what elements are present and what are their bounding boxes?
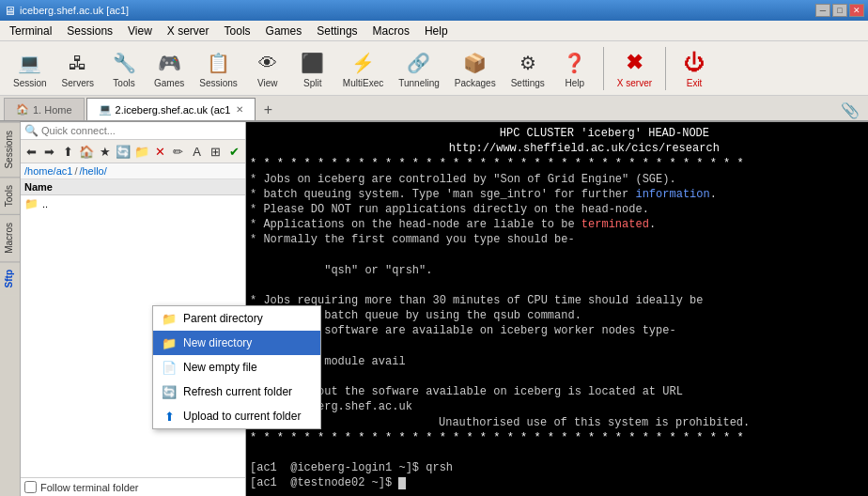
folder-icon: 📁 [24, 197, 39, 210]
tool-split[interactable]: ⬛ Split [292, 46, 333, 90]
tool-tunneling[interactable]: 🔗 Tunneling [393, 46, 445, 90]
ctx-refresh[interactable]: 🔄 Refresh current folder [153, 380, 320, 404]
file-tb-refresh[interactable]: 🔄 [115, 142, 132, 161]
term-line-3: * Jobs on iceberg are controlled by "Son… [250, 172, 864, 187]
quick-connect-input[interactable] [41, 125, 241, 136]
title-text: iceberg.shef.ac.uk [ac1] [20, 5, 129, 16]
maximize-button[interactable]: □ [832, 4, 847, 17]
file-row-parent[interactable]: 📁 .. [21, 195, 245, 212]
tab-iceberg[interactable]: 💻 2.iceberg.shef.ac.uk (ac1 ✕ [86, 98, 256, 120]
follow-terminal-label: Follow terminal folder [40, 482, 139, 493]
term-line-19: Unauthorised use of this system is prohi… [250, 415, 864, 430]
file-tb-text[interactable]: A [188, 142, 206, 161]
tab-bar: 🏠 1. Home 💻 2.iceberg.shef.ac.uk (ac1 ✕ … [0, 96, 868, 122]
tool-servers[interactable]: 🖧 Servers [56, 46, 100, 90]
ctx-upload-icon: ⬆ [161, 408, 178, 425]
term-line-13: * out what software are available on ice… [250, 323, 864, 338]
tool-multiexec[interactable]: ⚡ MultiExec [337, 46, 389, 90]
add-tab-button[interactable]: + [257, 100, 278, 120]
ctx-parent-dir[interactable]: 📁 Parent directory [153, 306, 320, 331]
ctx-newdir-icon: 📁 [161, 334, 178, 351]
toolbar-separator2 [665, 47, 666, 90]
toolbar: 💻 Session 🖧 Servers 🔧 Tools 🎮 Games 📋 Se… [0, 41, 868, 96]
term-line-10 [250, 278, 864, 293]
tool-sessions[interactable]: 📋 Sessions [194, 46, 243, 90]
minimize-button[interactable]: ─ [815, 4, 830, 17]
term-line-8 [250, 248, 864, 263]
term-line-18: * ocs.iceberg.shef.ac.uk [250, 399, 864, 414]
title-bar: 🖥 iceberg.shef.ac.uk [ac1] ─ □ ✕ [0, 0, 868, 21]
file-list-header: Name [21, 179, 245, 195]
term-line-15: module avail [250, 354, 864, 369]
file-tb-delete[interactable]: ✕ [151, 142, 169, 161]
file-tb-newfolder[interactable]: 📁 [132, 142, 150, 161]
terminal-area[interactable]: HPC CLUSTER 'iceberg' HEAD-NODE http://w… [246, 122, 868, 496]
tab-close-icon[interactable]: ✕ [236, 104, 243, 115]
context-menu: 📁 Parent directory 📁 New directory 📄 New… [152, 305, 321, 429]
tool-session[interactable]: 💻 Session [8, 46, 53, 90]
term-line-9: "qsh" or "qrsh". [250, 263, 864, 278]
tool-xserver[interactable]: ✖ X server [612, 46, 658, 90]
term-line-17: * ation about the sofware available on i… [250, 384, 864, 399]
ctx-newfile-icon: 📄 [161, 359, 178, 376]
menu-help[interactable]: Help [417, 23, 456, 39]
title-icon: 🖥 [4, 4, 16, 18]
menu-view[interactable]: View [120, 23, 160, 39]
side-tab-sessions[interactable]: Sessions [0, 122, 20, 177]
term-line-16 [250, 369, 864, 384]
side-tab-sftp[interactable]: Sftp [0, 261, 20, 295]
menu-tools[interactable]: Tools [217, 23, 258, 39]
term-line-7: * Normally the first command you type sh… [250, 232, 864, 247]
file-tb-home[interactable]: 🏠 [78, 142, 96, 161]
file-tb-bookmark[interactable]: ★ [96, 142, 114, 161]
side-tab-tools[interactable]: Tools [0, 177, 20, 214]
side-tab-macros[interactable]: Macros [0, 214, 20, 261]
menu-games[interactable]: Games [258, 23, 310, 39]
term-line-6: * Applications on the head-node are liab… [250, 217, 864, 232]
file-tb-up[interactable]: ⬆ [59, 142, 77, 161]
ctx-refresh-icon: 🔄 [161, 383, 178, 400]
file-tb-grid[interactable]: ⊞ [207, 142, 225, 161]
tool-exit[interactable]: ⏻ Exit [674, 46, 715, 90]
file-tb-rename[interactable]: ✏ [170, 142, 188, 161]
term-line-4: * batch queuing system. Type 'man sge_in… [250, 187, 864, 202]
tool-view[interactable]: 👁 View [247, 46, 288, 90]
breadcrumb-home[interactable]: /home/ac1 [24, 165, 72, 177]
menu-terminal[interactable]: Terminal [2, 23, 59, 39]
search-icon: 🔍 [24, 124, 39, 137]
file-tb-check[interactable]: ✔ [225, 142, 243, 161]
term-line-stars1: * * * * * * * * * * * * * * * * * * * * … [250, 156, 864, 171]
file-tb-forward[interactable]: ➡ [41, 142, 59, 161]
ctx-new-file[interactable]: 📄 New empty file [153, 355, 320, 380]
follow-terminal-checkbox[interactable] [24, 481, 37, 493]
close-button[interactable]: ✕ [849, 4, 864, 17]
tool-settings[interactable]: ⚙ Settings [505, 46, 550, 90]
menu-sessions[interactable]: Sessions [59, 23, 120, 39]
breadcrumb-hello[interactable]: /hello/ [79, 165, 106, 177]
menu-bar: Terminal Sessions View X server Tools Ga… [0, 21, 868, 41]
file-panel: 🔍 ⬅ ➡ ⬆ 🏠 ★ 🔄 📁 ✕ ✏ A ⊞ ✔ /home/ac1 / /h… [21, 122, 246, 496]
file-tb-back[interactable]: ⬅ [23, 142, 40, 161]
file-toolbar: ⬅ ➡ ⬆ 🏠 ★ 🔄 📁 ✕ ✏ A ⊞ ✔ [21, 140, 245, 163]
term-line-5: * Please DO NOT run applications directl… [250, 202, 864, 217]
ctx-new-dir[interactable]: 📁 New directory [153, 331, 320, 355]
menu-macros[interactable]: Macros [365, 23, 417, 39]
side-tabs: Sessions Tools Macros Sftp [0, 122, 21, 496]
tab-extra-icon[interactable]: 📎 [840, 100, 860, 120]
tab-home[interactable]: 🏠 1. Home [4, 98, 85, 120]
menu-xserver[interactable]: X server [160, 23, 217, 39]
follow-terminal-area: Follow terminal folder [21, 477, 245, 496]
tool-packages[interactable]: 📦 Packages [449, 46, 502, 90]
tool-help[interactable]: ❓ Help [554, 46, 596, 90]
tool-tools[interactable]: 🔧 Tools [103, 46, 145, 90]
term-line-stars2: * * * * * * * * * * * * * * * * * * * * … [250, 430, 864, 445]
term-line-prompt1: [ac1 @iceberg-login1 ~]$ qrsh [250, 460, 864, 475]
menu-settings[interactable]: Settings [309, 23, 364, 39]
ctx-upload[interactable]: ⬆ Upload to current folder [153, 404, 320, 428]
tool-games[interactable]: 🎮 Games [148, 46, 190, 90]
breadcrumb: /home/ac1 / /hello/ [21, 163, 245, 179]
term-line-14 [250, 339, 864, 354]
term-line-1: HPC CLUSTER 'iceberg' HEAD-NODE [250, 126, 864, 141]
term-line-prompt2: [ac1 @testnode02 ~]$ [250, 475, 864, 490]
term-line-11: * Jobs requiring more than 30 minutes of… [250, 293, 864, 308]
